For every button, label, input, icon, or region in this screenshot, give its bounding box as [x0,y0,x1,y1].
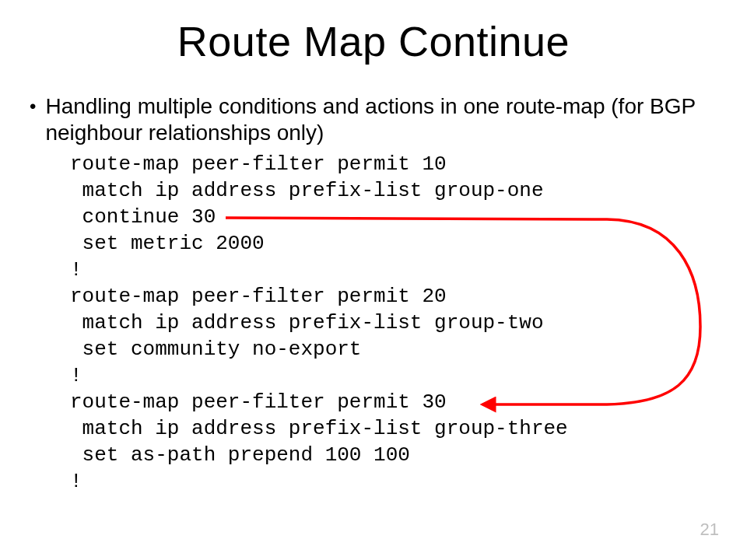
code-block: route-map peer-filter permit 10 match ip… [70,151,714,495]
bullet-item: • Handling multiple conditions and actio… [30,93,714,146]
slide-title: Route Map Continue [0,17,747,65]
bullet-text: Handling multiple conditions and actions… [45,93,714,146]
page-number: 21 [700,520,719,540]
slide: Route Map Continue • Handling multiple c… [0,0,747,560]
slide-body: • Handling multiple conditions and actio… [30,93,714,495]
bullet-dot-icon: • [30,95,36,118]
